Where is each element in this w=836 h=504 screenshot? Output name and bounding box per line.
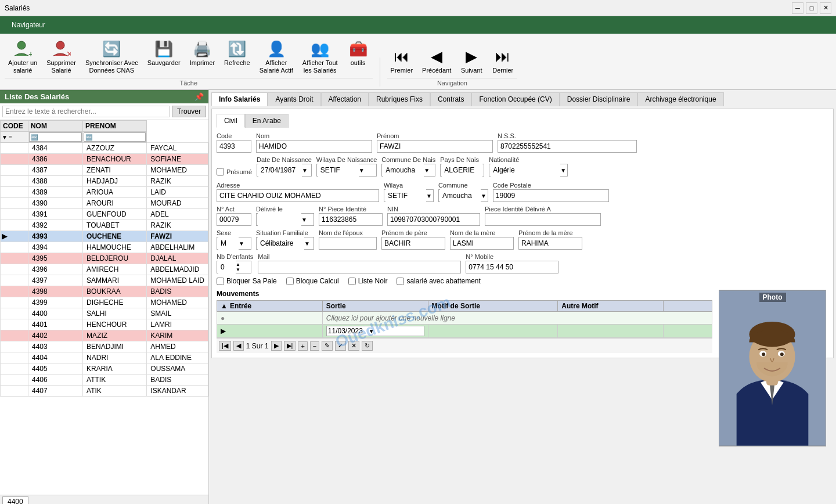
wilaya-naissance-input[interactable] [318, 164, 359, 177]
tab-ayants-droit[interactable]: Ayants Droit [268, 92, 320, 106]
add-row-text[interactable]: Cliquez ici pour ajouter une nouvelle li… [322, 312, 712, 325]
wilaya-dropdown[interactable]: ▼ [426, 193, 432, 199]
bloque-calcul-label[interactable]: Bloque Calcul [286, 277, 339, 285]
nin-input[interactable] [387, 213, 480, 226]
table-row[interactable]: 4405KRARIAOUSSAMA [1, 363, 208, 375]
nationalite-dropdown[interactable]: ▼ [560, 167, 566, 174]
nb-enfants-up[interactable]: ▲ [236, 262, 240, 267]
subtab-en-arabe[interactable]: En Arabe [245, 114, 289, 128]
filter-icon[interactable]: ▼ [2, 134, 8, 141]
commune-dropdown[interactable]: ▼ [481, 193, 487, 199]
wilaya-naissance-dropdown[interactable]: ▼ [359, 167, 365, 174]
table-row[interactable]: 4400SALHISMAIL [1, 308, 208, 319]
nav-item-navigateur[interactable]: Navigateur [5, 19, 52, 31]
motif-value[interactable] [558, 325, 664, 338]
nav-next[interactable]: ▶ [271, 341, 282, 351]
situation-input[interactable] [258, 237, 304, 250]
wilaya-input[interactable] [385, 189, 426, 202]
commune-input[interactable] [440, 189, 481, 202]
eq-icon[interactable]: = [9, 134, 12, 141]
code-postale-input[interactable] [493, 189, 609, 202]
nss-input[interactable] [498, 140, 637, 153]
tab-affectation[interactable]: Affectation [321, 92, 369, 106]
nav-edit[interactable]: ✎ [322, 341, 333, 351]
tab-contrats[interactable]: Contrats [430, 92, 471, 106]
salarié-abattement-checkbox[interactable] [397, 278, 404, 285]
n-mobile-input[interactable] [466, 261, 558, 273]
table-row[interactable]: 4395BELDJEROUDJALAL [1, 253, 208, 264]
premier-button[interactable]: ⏮ Premier [387, 44, 417, 77]
entree-value[interactable]: ▼ [322, 325, 428, 338]
liste-noir-checkbox[interactable] [348, 278, 356, 285]
synchroniser-button[interactable]: 🔄 Synchroniser AvecDonnées CNAS [82, 36, 142, 77]
table-row[interactable]: 4407ATIKISKANDAR [1, 386, 208, 397]
ajouter-salarié-button[interactable]: + Ajouter unsalarié [5, 36, 41, 77]
n-piece-input[interactable] [319, 213, 383, 226]
close-button[interactable]: ✕ [820, 2, 831, 14]
nom-input[interactable] [256, 140, 372, 153]
liste-noir-label[interactable]: Liste Noir [348, 277, 388, 285]
commune-naissance-dropdown[interactable]: ▼ [424, 167, 430, 174]
table-row[interactable]: 4399DIGHECHEMOHAMED [1, 297, 208, 308]
autre-value[interactable] [664, 325, 712, 338]
tab-info-salaries[interactable]: Info Salariés [211, 92, 268, 106]
presume-checkbox[interactable] [217, 165, 224, 178]
date-naissance-input[interactable] [258, 164, 302, 177]
code-input[interactable] [217, 140, 251, 153]
maximize-button[interactable]: □ [806, 2, 817, 14]
table-row[interactable]: 4392TOUABETRAZIK [1, 220, 208, 231]
n-act-input[interactable] [217, 213, 251, 226]
sauvgarder-button[interactable]: 💾 Sauvgarder [144, 36, 184, 77]
nb-enfants-input[interactable] [218, 261, 236, 273]
entree-date-btn[interactable]: ▼ [369, 328, 374, 334]
table-row[interactable]: ▶ ▼ [217, 325, 712, 338]
table-row[interactable]: 4396AMIRECHABDELMADJID [1, 264, 208, 275]
table-row[interactable]: 4389ARIOUALAID [1, 187, 208, 198]
nav-remove[interactable]: − [310, 341, 319, 351]
prenom-mere-input[interactable] [518, 237, 582, 250]
prenom-input[interactable] [377, 140, 493, 153]
nav-prev[interactable]: ◀ [233, 341, 244, 351]
sexe-input[interactable] [218, 237, 239, 250]
nav-last[interactable]: ▶| [284, 341, 296, 351]
table-row[interactable]: 4398BOUKRAABADIS [1, 286, 208, 297]
dernier-button[interactable]: ⏭ Dernier [488, 44, 517, 77]
commune-naissance-input[interactable] [383, 164, 424, 177]
tab-rubriques-fixs[interactable]: Rubriques Fixs [369, 92, 430, 106]
table-row[interactable]: 4406ATTIKBADIS [1, 375, 208, 386]
delivre-dropdown[interactable]: ▼ [301, 217, 307, 223]
bloquer-paie-checkbox[interactable] [217, 278, 224, 285]
tab-dossier-disciplinaire[interactable]: Dossier Disciplinaire [560, 92, 638, 106]
mail-input[interactable] [258, 261, 461, 273]
sexe-dropdown[interactable]: ▼ [239, 240, 244, 247]
situation-dropdown[interactable]: ▼ [304, 240, 310, 247]
nationalite-input[interactable] [491, 164, 560, 177]
supprimer-salarié-button[interactable]: ✕ SupprimerSalarié [43, 36, 80, 77]
table-row[interactable]: 4391GUENFOUDADEL [1, 209, 208, 220]
piece-delivre-input[interactable] [485, 213, 601, 226]
table-row[interactable]: 4387ZENATIMOHAMED [1, 165, 208, 176]
tab-fonction-occupee[interactable]: Fonction Occupée (CV) [471, 92, 559, 106]
nb-enfants-down[interactable]: ▼ [236, 267, 240, 272]
nav-confirm[interactable]: ✓ [335, 341, 346, 351]
pays-naissance-input[interactable] [442, 164, 482, 177]
tab-archivage[interactable]: Archivage électronique [637, 92, 723, 106]
prenom-pere-input[interactable] [381, 237, 445, 250]
bloquer-paie-label[interactable]: Bloquer Sa Paie [217, 277, 277, 285]
entree-sort[interactable]: ▲ [221, 302, 228, 310]
nav-first[interactable]: |◀ [219, 341, 231, 351]
search-button[interactable]: Trouver [172, 106, 206, 117]
suivant-button[interactable]: ▶ Suivant [457, 44, 486, 77]
table-row[interactable]: 4388HADJADJRAZIK [1, 176, 208, 187]
nom-mere-input[interactable] [450, 237, 514, 250]
delivre-le-input[interactable] [258, 213, 301, 226]
precedent-button[interactable]: ◀ Précédant [419, 44, 455, 77]
entree-input[interactable] [328, 327, 369, 335]
table-row[interactable]: ▶4393OUCHENEFAWZI [1, 231, 208, 242]
table-row[interactable]: 4390AROURIMOURAD [1, 198, 208, 209]
afficher-actif-button[interactable]: 👤 AfficherSalarié Actif [256, 36, 297, 77]
nom-epoux-input[interactable] [319, 237, 377, 250]
minimize-button[interactable]: ─ [792, 2, 803, 14]
table-row[interactable]: 4402MAZIZKARIM [1, 330, 208, 341]
date-dropdown-icon[interactable]: ▼ [302, 167, 308, 174]
